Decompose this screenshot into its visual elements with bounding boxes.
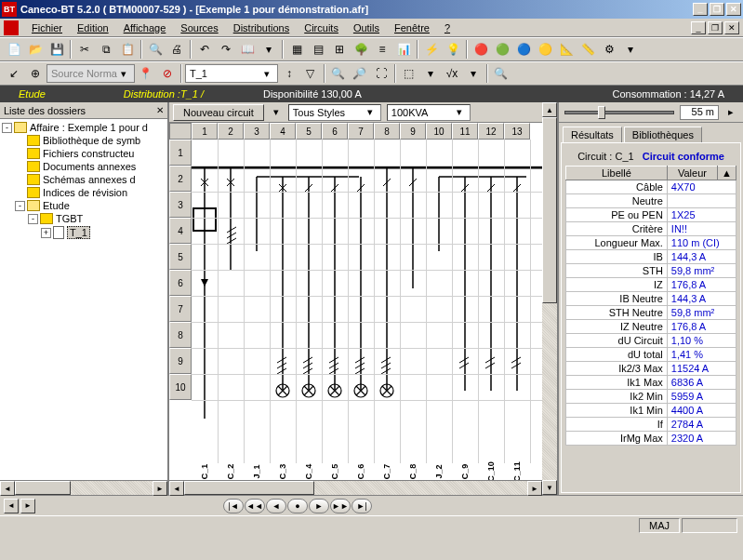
sheet-icon[interactable]: 📊	[393, 39, 414, 60]
col-header[interactable]: 12	[478, 123, 504, 140]
col-header[interactable]: 10	[426, 123, 452, 140]
col-header[interactable]: 6	[322, 123, 348, 140]
nouveau-dropdown-icon[interactable]: ▾	[270, 106, 283, 118]
sort-icon[interactable]: ↕	[279, 63, 299, 84]
table-row[interactable]: STH Neutre59,8 mm²	[566, 306, 736, 320]
last-icon[interactable]: ►|	[352, 499, 372, 513]
tree-item[interactable]: Bibliothèque de symb	[2, 134, 166, 147]
menu-fenetre[interactable]: Fenêtre	[387, 20, 437, 35]
tree-view[interactable]: -Affaire : Exemple 1 pour dBibliothèque …	[0, 119, 167, 480]
scroll-right-icon[interactable]: ►	[153, 481, 167, 496]
row-header[interactable]: 8	[169, 322, 192, 348]
calc2-icon[interactable]: 🟢	[492, 39, 512, 60]
col-header[interactable]: 5	[296, 123, 322, 140]
nav1-icon[interactable]: ↙	[4, 63, 24, 84]
table-row[interactable]: STH59,8 mm²	[566, 264, 736, 278]
new-icon[interactable]: 📄	[4, 39, 24, 60]
undo-icon[interactable]: ↶	[194, 39, 215, 60]
kva-combo[interactable]: 100KVA▾	[387, 104, 471, 121]
tool1-icon[interactable]: ⬚	[399, 63, 419, 84]
table-row[interactable]: dU total1,41 %	[566, 348, 736, 362]
distance-spinner-icon[interactable]: ▸	[724, 106, 737, 118]
scroll-right-icon[interactable]: ►	[527, 481, 542, 496]
next-icon[interactable]: ►	[309, 499, 329, 513]
row-header[interactable]: 6	[169, 270, 192, 296]
table-icon[interactable]: ▤	[308, 39, 328, 60]
tree-item[interactable]: Indices de révision	[2, 186, 166, 199]
zoom-in-icon[interactable]: 🔍	[328, 63, 349, 84]
row-header[interactable]: 7	[169, 296, 192, 322]
scroll-left-icon[interactable]: ◄	[169, 481, 184, 496]
schematic-v-scrollbar[interactable]: ▲ ▼	[542, 102, 557, 495]
zoom-fit-icon[interactable]: ⛶	[371, 63, 391, 84]
calc8-icon[interactable]: ▾	[620, 39, 641, 60]
mdi-minimize-button[interactable]: _	[691, 21, 706, 34]
dropdown-icon[interactable]: ▾	[259, 39, 279, 60]
col-header[interactable]: 3	[244, 123, 270, 140]
menu-help[interactable]: ?	[437, 20, 458, 35]
calc3-icon[interactable]: 🔵	[513, 39, 534, 60]
bottom-scroll-right-icon[interactable]: ►	[20, 499, 35, 513]
first-icon[interactable]: |◄	[223, 499, 244, 513]
table-row[interactable]: Ik2 Min5959 A	[566, 390, 736, 404]
play-icon[interactable]: ●	[287, 499, 308, 513]
cancel-icon[interactable]: ⊘	[157, 63, 178, 84]
menu-circuits[interactable]: Circuits	[297, 20, 346, 35]
row-header[interactable]: 2	[169, 166, 192, 192]
row-header[interactable]: 1	[169, 140, 192, 166]
tree-toggle-icon[interactable]: -	[28, 214, 38, 224]
tree-item[interactable]: Fichiers constructeu	[2, 147, 166, 160]
table-row[interactable]: IB144,3 A	[566, 250, 736, 264]
distribution-combo[interactable]: T_1▾	[185, 64, 278, 83]
menu-affichage[interactable]: Affichage	[116, 20, 174, 35]
grid-icon[interactable]: ▦	[286, 39, 307, 60]
col-header[interactable]: 11	[452, 123, 478, 140]
open-icon[interactable]: 📂	[25, 39, 46, 60]
tree-toggle-icon[interactable]: +	[41, 228, 51, 238]
tree-item[interactable]: -Affaire : Exemple 1 pour d	[2, 121, 166, 134]
calc6-icon[interactable]: 📏	[577, 39, 598, 60]
mdi-restore-button[interactable]: ❐	[708, 21, 723, 34]
col-header[interactable]: 1	[192, 123, 218, 140]
paste-icon[interactable]: 📋	[117, 39, 138, 60]
book-icon[interactable]: 📖	[237, 39, 258, 60]
tab-bibliotheques[interactable]: Bibliothèques	[624, 127, 702, 142]
source-combo[interactable]: Source Norma▾	[46, 64, 135, 83]
row-header[interactable]: 9	[169, 348, 192, 374]
nouveau-circuit-button[interactable]: Nouveau circuit	[173, 104, 264, 121]
distance-slider[interactable]	[564, 111, 674, 114]
scroll-left-icon[interactable]: ◄	[0, 481, 15, 496]
lamp-icon[interactable]: 💡	[443, 39, 463, 60]
tree-close-icon[interactable]: ✕	[156, 105, 164, 115]
calc5-icon[interactable]: 📐	[556, 39, 577, 60]
tree-h-scrollbar[interactable]: ◄ ►	[0, 480, 167, 495]
col-valeur[interactable]: Valeur	[667, 167, 717, 180]
schematic-grid[interactable]: 12345678910111213 12345678910	[169, 123, 542, 480]
forward-icon[interactable]: ►►	[330, 499, 351, 513]
prev-icon[interactable]: ◄	[266, 499, 286, 513]
tree-item[interactable]: Documents annexes	[2, 160, 166, 173]
tree-item[interactable]: -Etude	[2, 199, 166, 212]
bottom-scroll-left-icon[interactable]: ◄	[4, 499, 19, 513]
bolt-icon[interactable]: ⚡	[421, 39, 442, 60]
row-header[interactable]: 4	[169, 218, 192, 244]
tree-icon[interactable]: 🌳	[351, 39, 371, 60]
col-libelle[interactable]: Libellé	[566, 167, 668, 180]
cut-icon[interactable]: ✂	[74, 39, 95, 60]
pin-icon[interactable]: 📍	[136, 63, 156, 84]
table-row[interactable]: Neutre	[566, 194, 736, 208]
table-row[interactable]: dU Circuit1,10 %	[566, 334, 736, 348]
redo-icon[interactable]: ↷	[216, 39, 236, 60]
menu-outils[interactable]: Outils	[346, 20, 387, 35]
table-row[interactable]: Ik1 Min4400 A	[566, 404, 736, 418]
tree-toggle-icon[interactable]: -	[2, 123, 12, 133]
calc4-icon[interactable]: 🟡	[535, 39, 555, 60]
calc1-icon[interactable]: 🔴	[471, 39, 491, 60]
table-row[interactable]: IrMg Max2320 A	[566, 432, 736, 446]
table-row[interactable]: IZ Neutre176,8 A	[566, 320, 736, 334]
table-row[interactable]: CritèreIN!!	[566, 222, 736, 236]
target-icon[interactable]: ⊕	[25, 63, 46, 84]
list-icon[interactable]: ≡	[372, 39, 392, 60]
table-row[interactable]: Câble4X70	[566, 180, 736, 194]
table-row[interactable]: PE ou PEN1X25	[566, 208, 736, 222]
